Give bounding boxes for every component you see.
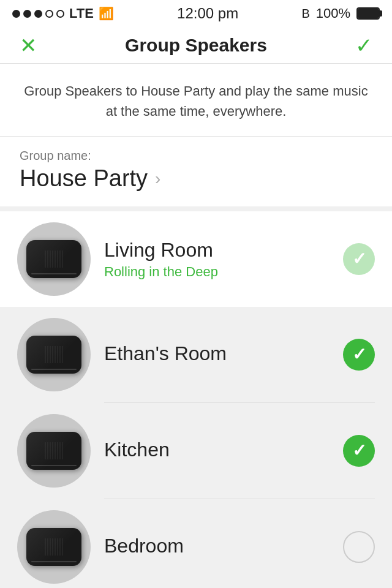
confirm-button[interactable]: ✓	[353, 33, 375, 58]
speaker-info-1: Ethan's Room	[104, 342, 330, 368]
speaker-info-2: Kitchen	[104, 439, 330, 464]
description-section: Group Speakers to House Party and play t…	[0, 64, 392, 137]
status-left: LTE 📶	[12, 6, 114, 21]
speaker-device-icon	[26, 336, 81, 374]
speaker-avatar-0	[17, 222, 91, 296]
dot-2	[23, 10, 31, 18]
dot-5	[56, 10, 64, 18]
list-item[interactable]: Living Room Rolling in the Deep ✓	[0, 211, 392, 307]
speaker-name: Bedroom	[104, 535, 330, 557]
check-icon-2: ✓	[352, 442, 366, 459]
cancel-button[interactable]: ✕	[17, 33, 39, 58]
check-icon-1: ✓	[352, 346, 366, 363]
group-name-text: House Party	[20, 165, 148, 192]
wifi-icon: 📶	[99, 6, 114, 21]
gray-section: Ethan's Room ✓ Kitchen	[0, 307, 392, 588]
speaker-avatar-1	[17, 318, 91, 391]
dot-4	[45, 10, 53, 18]
group-name-section[interactable]: Group name: House Party ›	[0, 137, 392, 211]
dot-1	[12, 10, 20, 18]
check-circle-1[interactable]: ✓	[343, 339, 375, 371]
status-bar: LTE 📶 12:00 pm B 100%	[0, 0, 392, 27]
chevron-right-icon: ›	[155, 169, 160, 189]
check-circle-2[interactable]: ✓	[343, 435, 375, 467]
speaker-device-icon	[26, 240, 81, 278]
speaker-info-0: Living Room Rolling in the Deep	[104, 239, 330, 280]
speaker-name: Kitchen	[104, 439, 330, 461]
status-right: B 100%	[301, 6, 380, 21]
dot-3	[34, 10, 42, 18]
speaker-name: Ethan's Room	[104, 342, 330, 365]
speaker-info-3: Bedroom	[104, 535, 330, 560]
speaker-avatar-3	[17, 510, 91, 584]
check-circle-3[interactable]	[343, 531, 375, 563]
page-title: Group Speakers	[125, 35, 267, 56]
speaker-device-icon	[26, 432, 81, 470]
speaker-name: Living Room	[104, 239, 330, 262]
battery-percent: 100%	[316, 6, 350, 21]
speakers-section: Living Room Rolling in the Deep ✓ Ethan'…	[0, 211, 392, 588]
speaker-avatar-2	[17, 414, 91, 488]
list-item[interactable]: Bedroom	[0, 499, 392, 588]
speaker-song: Rolling in the Deep	[104, 264, 330, 280]
group-name-value[interactable]: House Party ›	[20, 165, 372, 192]
header: ✕ Group Speakers ✓	[0, 27, 392, 64]
lte-label: LTE	[69, 6, 94, 21]
group-name-label: Group name:	[20, 149, 372, 163]
battery-icon	[356, 7, 380, 20]
check-circle-0[interactable]: ✓	[343, 243, 375, 275]
list-item[interactable]: Kitchen ✓	[0, 403, 392, 499]
description-text: Group Speakers to House Party and play t…	[20, 81, 372, 121]
bluetooth-icon: B	[301, 7, 309, 21]
list-item[interactable]: Ethan's Room ✓	[0, 307, 392, 402]
status-time: 12:00 pm	[177, 5, 238, 22]
speaker-device-icon	[26, 528, 81, 566]
signal-dots	[12, 10, 64, 18]
check-icon-0: ✓	[352, 251, 366, 268]
